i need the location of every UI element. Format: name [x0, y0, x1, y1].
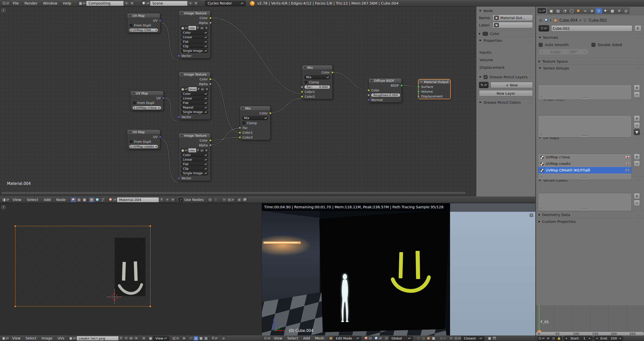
socket-vector-in[interactable] — [178, 55, 180, 57]
unlink-image-button[interactable]: ✕ — [134, 336, 139, 341]
snap-element-icon[interactable]: ◻▲▼ — [454, 336, 462, 341]
node-mix-2[interactable]: Mix Color Mix▲▼ Clamp Fac:0.000 Color1 C… — [302, 65, 333, 99]
socket-color2-in[interactable] — [239, 136, 241, 139]
socket-displacement-in[interactable] — [417, 95, 420, 97]
from-dupli-checkbox[interactable] — [130, 24, 133, 27]
add-icon[interactable]: ⊕ — [540, 95, 543, 98]
add-layout-button[interactable]: + — [124, 1, 129, 6]
tab-physics-icon[interactable]: ◎ — [622, 8, 629, 14]
uv-image-editor[interactable]: + — [0, 203, 262, 335]
open-image-icon[interactable]: 🗁 — [200, 26, 205, 30]
menu-select[interactable]: Select — [285, 336, 301, 340]
interpolation-select[interactable]: Linear▲▼ — [181, 35, 208, 39]
select-mode-face-icon[interactable] — [426, 336, 431, 341]
image-name[interactable]: сма — [188, 26, 196, 30]
render-opengl-anim-icon[interactable]: 🗔 — [492, 336, 497, 341]
fake-user-button[interactable]: F — [634, 25, 641, 31]
image-name[interactable]: сма — [188, 148, 196, 153]
menu-help[interactable]: Help — [60, 1, 74, 5]
uv-map-select[interactable]: UVMap стена✕ — [132, 106, 162, 110]
editor-type-properties-icon[interactable]: ▭▲▼ — [538, 8, 546, 13]
drag-grip-icon[interactable]: :::: — [637, 179, 641, 182]
scene-field[interactable]: Scene — [150, 1, 188, 6]
drag-grip-icon[interactable]: :::: — [637, 67, 641, 70]
image-browse-icon[interactable]: ▣▲▼ — [68, 336, 77, 341]
image-name-field[interactable]: смайл тест.png — [76, 336, 119, 341]
region-expand-icon[interactable]: + — [2, 9, 5, 12]
breadcrumb-object[interactable]: Cube.004 — [559, 18, 578, 23]
resize-grab-icon[interactable] — [582, 135, 588, 137]
socket-volume-in[interactable] — [417, 90, 420, 93]
node-header[interactable]: Image Texture — [179, 11, 210, 16]
fake-user-button[interactable]: F — [197, 87, 200, 91]
fake-user-button[interactable]: F — [196, 26, 200, 30]
node-header[interactable]: UV Map — [127, 13, 160, 18]
image-browse-icon[interactable]: ▣▲▼ — [180, 148, 188, 153]
tab-render-layers-icon[interactable]: ▤ — [554, 8, 561, 14]
drag-grip-icon[interactable]: :::: — [637, 220, 641, 223]
gp-new-layer-button[interactable]: New Layer — [479, 90, 533, 96]
socket-surface-in[interactable] — [417, 86, 420, 88]
marker-triangle-icon[interactable] — [537, 329, 542, 332]
new-image-button[interactable]: + — [124, 336, 129, 341]
socket-fac-in[interactable] — [239, 127, 241, 129]
image-datablock[interactable]: ▣▲▼ сма F 🗁 ✕ — [181, 26, 209, 30]
playback-realtime-icon[interactable]: ◷ — [551, 336, 556, 341]
snap-icon[interactable]: ⌗ — [221, 197, 227, 202]
uv-corner-vertex[interactable] — [149, 225, 151, 227]
drag-grip-icon[interactable]: :::: — [529, 32, 533, 35]
uv-corner-vertex[interactable] — [14, 305, 16, 307]
open-image-icon[interactable]: 🗁 — [200, 148, 205, 153]
render-opengl-icon[interactable]: ▩ — [487, 336, 492, 341]
node-name-field[interactable]: ▣Material Out... — [493, 15, 533, 21]
auto-smooth-checkbox[interactable] — [539, 43, 543, 47]
panel-header-node[interactable]: Node:::: — [476, 8, 535, 14]
socket-color-out[interactable] — [331, 71, 334, 74]
extension-select[interactable]: Repeat▲▼ — [181, 106, 208, 110]
angle-slider[interactable]: ◂Angle:180°▸ — [539, 49, 589, 55]
tab-render-icon[interactable]: ▣ — [548, 8, 555, 14]
socket-vector-in[interactable] — [178, 116, 180, 118]
proportional-edit-icon[interactable]: ◉ — [221, 336, 226, 341]
drag-grip-icon[interactable]: :::: — [637, 60, 641, 63]
unlink-icon[interactable]: ✕ — [204, 26, 209, 30]
editor-type-info-icon[interactable]: ⓘ▲▼ — [2, 1, 10, 6]
node-header[interactable]: Mix — [302, 65, 332, 70]
socket-normal-in[interactable] — [368, 99, 370, 101]
socket-uv-out[interactable] — [162, 97, 165, 99]
menu-view[interactable]: View — [10, 336, 23, 340]
select-mode-face-icon[interactable]: ▦ — [198, 336, 204, 341]
material-browse-icon[interactable]: ▲▼ — [108, 197, 117, 202]
image-datablock[interactable]: ▣▲▼ сма F 🗁 ✕ — [181, 148, 209, 153]
drag-grip-icon[interactable]: :::: — [529, 101, 533, 104]
uv-map-row[interactable]: UVMap стена — [538, 154, 631, 160]
menu-uvs[interactable]: UVs — [55, 336, 67, 340]
snap-target-icon[interactable]: ◎▲▼ — [227, 197, 235, 202]
extension-select[interactable]: Clip▲▼ — [181, 167, 208, 171]
clear-icon[interactable]: ✕ — [155, 29, 157, 32]
socket-roughness-in[interactable] — [368, 94, 370, 96]
editor-type-3d-icon[interactable]: ⬡▲▼ — [263, 336, 271, 341]
pin-icon[interactable]: ⊙ — [207, 197, 213, 202]
panel-header-properties[interactable]: Properties:::: — [476, 37, 535, 44]
source-select[interactable]: Single Image▲▼ — [181, 110, 208, 114]
panel-header-custom-properties[interactable]: Custom Properties:::: — [536, 218, 644, 225]
socket-color1-in[interactable] — [239, 131, 241, 134]
image-browse-icon[interactable]: ▣▲▼ — [180, 26, 188, 30]
panel-header-normals[interactable]: Normals:::: — [536, 34, 644, 41]
horizontal-scrollbar[interactable] — [2, 192, 466, 194]
timeline-menu-icon[interactable]: ≡ — [545, 336, 551, 341]
node-header[interactable]: Diffuse BSDF — [369, 78, 401, 83]
interpolation-select[interactable]: Linear▲▼ — [181, 96, 208, 100]
socket-alpha-out[interactable] — [209, 83, 212, 85]
menu-node[interactable]: Node — [54, 198, 69, 202]
socket-color2-in[interactable] — [301, 95, 303, 98]
clear-icon[interactable]: ✕ — [155, 145, 157, 148]
node-header[interactable]: UV Map — [127, 130, 160, 134]
region-expand-icon[interactable]: + — [2, 205, 5, 209]
mesh-browse-icon[interactable]: ▽▲▼ — [539, 25, 549, 31]
node-header[interactable]: Mix — [240, 106, 270, 111]
vertex-colors-list[interactable]: ⊕ — [538, 193, 632, 211]
editor-type-image-icon[interactable]: ▣▲▼ — [1, 336, 10, 341]
fac-slider[interactable]: Fac:0.000 — [304, 85, 330, 89]
